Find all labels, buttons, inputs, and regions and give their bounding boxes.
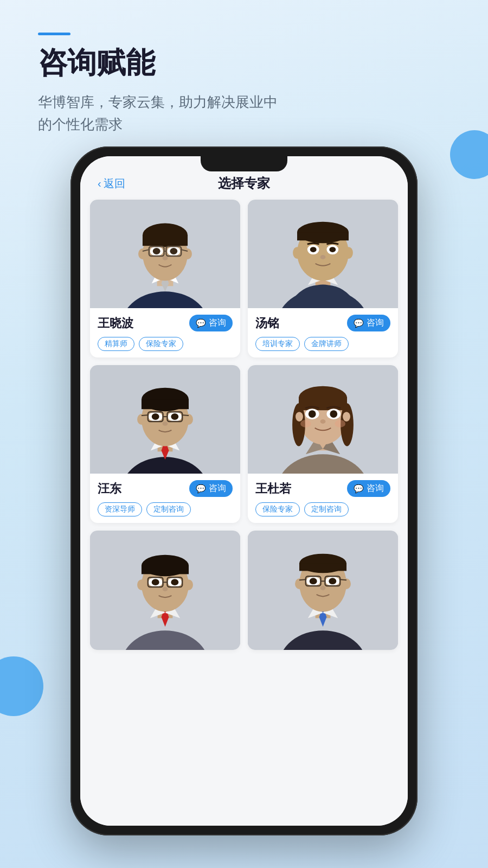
tag-1-1: 精算师 [98, 337, 134, 351]
expert-photo-3 [90, 365, 240, 474]
svg-point-56 [163, 422, 168, 426]
svg-point-115 [320, 586, 326, 590]
svg-line-54 [142, 415, 148, 416]
svg-point-13 [153, 248, 160, 254]
svg-point-75 [335, 420, 345, 427]
tag-3-1: 资深导师 [98, 502, 142, 516]
page-subtitle: 华博智库，专家云集，助力解决展业中的个性化需求 [38, 91, 450, 136]
svg-point-71 [309, 410, 316, 418]
tag-4-1: 保险专家 [255, 502, 300, 516]
expert-info-4: 王杜若 💬 咨询 保险专家 定制咨询 [248, 474, 398, 523]
phone-screen: ‹ 返回 选择专家 [80, 156, 408, 826]
tag-2-2: 金牌讲师 [304, 337, 349, 351]
svg-point-94 [163, 587, 168, 591]
expert-grid: 王晓波 💬 咨询 精算师 保险专家 [80, 194, 408, 661]
consult-label-2: 咨询 [367, 317, 384, 329]
expert-info-2: 汤铭 💬 咨询 培训专家 金牌讲师 [248, 308, 398, 358]
header-accent-line [38, 33, 70, 35]
back-label: 返回 [104, 176, 125, 191]
svg-point-86 [184, 579, 193, 590]
expert-name-2: 汤铭 [255, 315, 279, 331]
svg-point-108 [310, 578, 317, 584]
svg-rect-84 [142, 565, 189, 574]
expert-photo-2 [248, 200, 398, 308]
phone-notch [201, 156, 287, 171]
svg-point-74 [300, 420, 311, 427]
svg-point-50 [171, 413, 178, 420]
svg-point-109 [329, 578, 336, 584]
expert-photo-5 [90, 531, 240, 650]
tag-1-2: 保险专家 [139, 337, 183, 351]
consult-button-3[interactable]: 💬 咨询 [189, 480, 233, 497]
back-button[interactable]: ‹ 返回 [98, 176, 125, 191]
svg-rect-28 [297, 232, 349, 240]
consult-label-3: 咨询 [209, 483, 226, 494]
nav-title: 选择专家 [218, 175, 270, 192]
expert-tags-2: 培训专家 金牌讲师 [255, 337, 390, 351]
expert-name-row-2: 汤铭 💬 咨询 [255, 315, 390, 331]
svg-line-55 [182, 415, 189, 416]
svg-line-113 [299, 579, 306, 580]
svg-point-68 [343, 412, 350, 422]
expert-tags-4: 保险专家 定制咨询 [255, 502, 390, 516]
expert-card-3: 汪东 💬 咨询 资深导师 定制咨询 [90, 365, 240, 523]
tag-3-2: 定制咨询 [146, 502, 191, 516]
svg-point-34 [329, 247, 336, 252]
expert-card-6 [248, 531, 398, 650]
phone-mockup: ‹ 返回 选择专家 [70, 146, 418, 835]
svg-rect-103 [299, 564, 346, 571]
expert-name-row-3: 汪东 💬 咨询 [98, 480, 233, 497]
svg-line-114 [340, 579, 346, 580]
chat-icon-4: 💬 [354, 484, 364, 494]
consult-button-2[interactable]: 💬 咨询 [347, 315, 390, 331]
app-content: ‹ 返回 选择专家 [80, 156, 408, 826]
back-chevron-icon: ‹ [98, 177, 101, 190]
expert-card-4: 王杜若 💬 咨询 保险专家 定制咨询 [248, 365, 398, 523]
expert-tags-3: 资深导师 定制咨询 [98, 502, 233, 516]
svg-point-90 [171, 579, 178, 585]
consult-button-4[interactable]: 💬 咨询 [347, 480, 390, 497]
svg-point-35 [320, 255, 326, 259]
tag-4-2: 定制咨询 [304, 502, 349, 516]
expert-info-1: 王晓波 💬 咨询 精算师 保险专家 [90, 308, 240, 358]
svg-point-72 [330, 410, 337, 418]
consult-label-1: 咨询 [209, 317, 226, 329]
expert-name-1: 王晓波 [98, 315, 133, 331]
expert-photo-6 [248, 531, 398, 650]
phone-frame: ‹ 返回 选择专家 [70, 146, 418, 835]
page-title: 咨询赋能 [38, 45, 450, 80]
svg-point-14 [170, 248, 177, 254]
chat-icon-3: 💬 [196, 484, 206, 494]
expert-photo-1 [90, 200, 240, 308]
expert-card-5 [90, 531, 240, 650]
expert-info-3: 汪东 💬 咨询 资深导师 定制咨询 [90, 474, 240, 523]
decoration-circle-bottom [0, 656, 43, 716]
svg-point-73 [320, 419, 326, 424]
svg-point-85 [137, 579, 146, 590]
svg-rect-8 [143, 235, 188, 246]
expert-card-1: 王晓波 💬 咨询 精算师 保险专家 [90, 200, 240, 358]
svg-point-30 [344, 247, 353, 259]
svg-point-29 [293, 247, 301, 259]
expert-name-4: 王杜若 [255, 481, 291, 497]
expert-name-3: 汪东 [98, 481, 121, 497]
header-section: 咨询赋能 华博智库，专家云集，助力解决展业中的个性化需求 [0, 0, 488, 152]
expert-card-2: 汤铭 💬 咨询 培训专家 金牌讲师 [248, 200, 398, 358]
consult-label-4: 咨询 [367, 483, 384, 494]
svg-point-67 [296, 412, 303, 422]
expert-tags-1: 精算师 保险专家 [98, 337, 233, 351]
expert-name-row-1: 王晓波 💬 咨询 [98, 315, 233, 331]
expert-photo-4 [248, 365, 398, 474]
svg-point-33 [310, 247, 317, 252]
consult-button-1[interactable]: 💬 咨询 [189, 315, 233, 331]
chat-icon-1: 💬 [196, 318, 206, 328]
svg-point-20 [163, 256, 168, 260]
expert-name-row-4: 王杜若 💬 咨询 [255, 480, 390, 497]
chat-icon-2: 💬 [354, 318, 364, 328]
svg-point-89 [152, 579, 159, 585]
svg-point-49 [152, 413, 159, 420]
svg-rect-44 [142, 399, 189, 409]
tag-2-1: 培训专家 [255, 337, 300, 351]
